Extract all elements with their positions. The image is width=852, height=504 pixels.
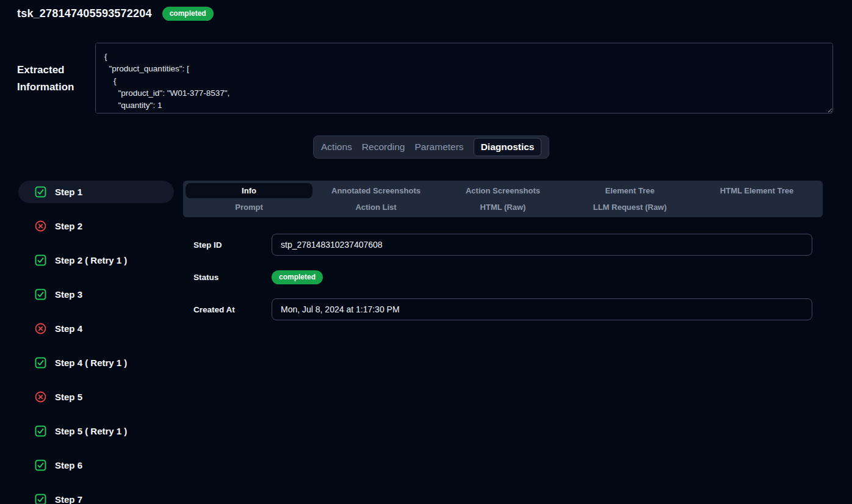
step-label: Step 7 — [55, 494, 82, 504]
diagnostics-panel: InfoAnnotated ScreenshotsAction Screensh… — [183, 181, 823, 320]
task-diagnostics-page: tsk_278147405593572204 completed Extract… — [0, 0, 852, 504]
step-success-icon — [35, 494, 46, 504]
sub-tab-prompt[interactable]: Prompt — [186, 200, 312, 215]
step-success-icon — [35, 459, 46, 471]
step-list: Step 1Step 2Step 2 ( Retry 1 )Step 3Step… — [18, 181, 174, 504]
step-error-icon — [35, 323, 46, 334]
step-success-icon — [35, 289, 46, 300]
step-item-step-3[interactable]: Step 3 — [18, 283, 174, 306]
tab-parameters[interactable]: Parameters — [415, 142, 464, 153]
step-label: Step 2 — [55, 221, 82, 231]
step-item-step-1[interactable]: Step 1 — [18, 181, 174, 203]
sub-tab-html-element-tree[interactable]: HTML Element Tree — [693, 183, 820, 198]
step-error-icon — [35, 391, 46, 403]
created-at-row: Created At — [183, 298, 823, 320]
extracted-info-label: Extracted Information — [17, 62, 85, 96]
step-label: Step 6 — [55, 460, 82, 470]
created-at-label: Created At — [183, 305, 272, 314]
sub-tab-element-tree[interactable]: Element Tree — [566, 183, 693, 198]
step-label: Step 4 — [55, 323, 82, 334]
step-status-badge: completed — [272, 270, 323, 284]
task-status-badge: completed — [162, 7, 214, 21]
step-item-step-4-retry-1[interactable]: Step 4 ( Retry 1 ) — [18, 351, 174, 374]
step-item-step-6[interactable]: Step 6 — [18, 454, 174, 477]
step-item-step-5-retry-1[interactable]: Step 5 ( Retry 1 ) — [18, 420, 174, 442]
step-id-row: Step ID — [183, 234, 823, 256]
step-item-step-4[interactable]: Step 4 — [18, 317, 174, 340]
step-label: Step 4 ( Retry 1 ) — [55, 358, 127, 368]
step-label: Step 3 — [55, 289, 82, 300]
created-at-input[interactable] — [272, 298, 812, 320]
step-label: Step 1 — [55, 187, 82, 197]
sub-tab-info[interactable]: Info — [186, 183, 312, 198]
step-item-step-7[interactable]: Step 7 — [18, 488, 174, 504]
sub-tab-action-list[interactable]: Action List — [312, 200, 439, 215]
sub-tab-bar: InfoAnnotated ScreenshotsAction Screensh… — [183, 181, 823, 217]
sub-tab-action-screenshots[interactable]: Action Screenshots — [439, 183, 566, 198]
step-label: Step 5 — [55, 392, 82, 402]
task-header: tsk_278147405593572204 completed — [17, 7, 214, 21]
status-row: Status completed — [183, 266, 823, 288]
step-success-icon — [35, 254, 46, 266]
tab-diagnostics[interactable]: Diagnostics — [474, 138, 542, 156]
step-item-step-2[interactable]: Step 2 — [18, 215, 174, 237]
main-tab-bar: ActionsRecordingParametersDiagnostics — [313, 135, 549, 159]
extracted-info-textarea[interactable]: { "product_quantities": [ { "product_id"… — [95, 43, 833, 113]
step-error-icon — [35, 220, 46, 232]
step-success-icon — [35, 425, 46, 437]
step-id-input[interactable] — [272, 234, 812, 256]
step-label: Step 2 ( Retry 1 ) — [55, 255, 127, 265]
sub-tab-html-raw[interactable]: HTML (Raw) — [439, 200, 566, 215]
status-label: Status — [183, 273, 272, 282]
step-label: Step 5 ( Retry 1 ) — [55, 426, 127, 436]
step-id-label: Step ID — [183, 240, 272, 250]
tab-recording[interactable]: Recording — [362, 142, 405, 153]
step-item-step-2-retry-1[interactable]: Step 2 ( Retry 1 ) — [18, 249, 174, 272]
task-id-title: tsk_278147405593572204 — [17, 7, 152, 20]
step-success-icon — [35, 186, 46, 198]
sub-tab-annotated-screenshots[interactable]: Annotated Screenshots — [312, 183, 439, 198]
step-success-icon — [35, 357, 46, 369]
tab-actions[interactable]: Actions — [321, 142, 352, 153]
sub-tab-llm-request-raw[interactable]: LLM Request (Raw) — [566, 200, 693, 215]
step-item-step-5[interactable]: Step 5 — [18, 386, 174, 408]
step-details: Step ID Status completed Created At — [183, 234, 823, 320]
